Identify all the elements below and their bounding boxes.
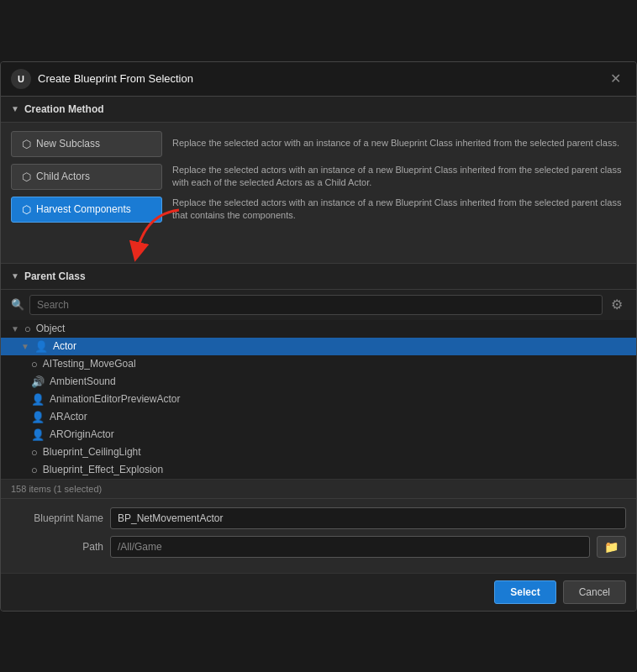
arorigin-icon: 👤 xyxy=(31,428,45,441)
aitesting-icon: ○ xyxy=(31,358,38,370)
actor-chevron: ▼ xyxy=(21,342,29,351)
blueprint-ceiling-icon: ○ xyxy=(31,446,38,459)
new-subclass-button[interactable]: ⬡ New Subclass xyxy=(11,131,162,157)
harvest-components-desc: Replace the selected actors with an inst… xyxy=(172,197,626,223)
method-row-harvest-components: ⬡ Harvest Components Replace the selecte… xyxy=(11,197,626,223)
title-bar-left: U Create Blueprint From Selection xyxy=(11,69,193,89)
child-actors-icon: ⬡ xyxy=(22,171,31,183)
cancel-button[interactable]: Cancel xyxy=(563,580,626,604)
creation-method-chevron: ▼ xyxy=(11,104,19,113)
tree-item-aractor[interactable]: 👤 ARActor xyxy=(1,408,636,426)
arorigin-label: AROriginActor xyxy=(50,428,114,440)
aractor-label: ARActor xyxy=(50,411,87,423)
creation-method-header[interactable]: ▼ Creation Method xyxy=(1,97,636,123)
creation-methods-container: ⬡ New Subclass Replace the selected acto… xyxy=(1,123,636,263)
tree-item-animationeditor[interactable]: 👤 AnimationEditorPreviewActor xyxy=(1,391,636,408)
select-button[interactable]: Select xyxy=(494,580,555,604)
parent-class-section: ▼ Parent Class 🔍 ⚙ ▼ ○ Object ▼ 👤 Actor … xyxy=(1,263,636,498)
creation-method-label: Creation Method xyxy=(24,103,104,115)
settings-button[interactable]: ⚙ xyxy=(608,295,626,314)
tree-item-ambientsound[interactable]: 🔊 AmbientSound xyxy=(1,373,636,391)
tree-item-actor[interactable]: ▼ 👤 Actor xyxy=(1,338,636,355)
buttons-row: Select Cancel xyxy=(1,573,636,611)
actor-label: Actor xyxy=(53,340,76,352)
path-display: /All/Game xyxy=(110,536,590,558)
dialog: U Create Blueprint From Selection ✕ ▼ Cr… xyxy=(0,61,637,612)
title-bar: U Create Blueprint From Selection ✕ xyxy=(1,62,636,97)
path-label: Path xyxy=(11,541,103,553)
search-row: 🔍 ⚙ xyxy=(1,290,636,320)
tree-item-blueprint-explosion[interactable]: ○ Blueprint_Effect_Explosion xyxy=(1,461,636,479)
method-row-new-subclass: ⬡ New Subclass Replace the selected acto… xyxy=(11,131,626,157)
animationeditor-label: AnimationEditorPreviewActor xyxy=(50,393,180,405)
blueprint-explosion-icon: ○ xyxy=(31,464,38,476)
bottom-section: Blueprint Name Path /All/Game 📁 xyxy=(1,498,636,573)
tree-item-arorigin[interactable]: 👤 AROriginActor xyxy=(1,426,636,444)
folder-button[interactable]: 📁 xyxy=(597,536,626,558)
parent-class-chevron: ▼ xyxy=(11,271,19,281)
ambientsound-label: AmbientSound xyxy=(50,375,116,387)
new-subclass-icon: ⬡ xyxy=(22,138,31,150)
ue-logo: U xyxy=(11,69,31,89)
harvest-components-row-wrapper: ⬡ Harvest Components Replace the selecte… xyxy=(11,197,626,223)
close-button[interactable]: ✕ xyxy=(605,69,626,88)
object-label: Object xyxy=(36,323,66,334)
method-row-child-actors: ⬡ Child Actors Replace the selected acto… xyxy=(11,164,626,190)
parent-class-label: Parent Class xyxy=(24,270,86,282)
harvest-components-button[interactable]: ⬡ Harvest Components xyxy=(11,197,162,223)
dialog-title: Create Blueprint From Selection xyxy=(38,72,193,85)
item-count: 158 items (1 selected) xyxy=(1,479,636,498)
new-subclass-desc: Replace the selected actor with an insta… xyxy=(172,137,626,150)
search-icon: 🔍 xyxy=(11,298,24,311)
actor-icon: 👤 xyxy=(34,340,48,353)
ambientsound-icon: 🔊 xyxy=(31,375,45,388)
child-actors-label: Child Actors xyxy=(36,171,90,182)
tree-item-aitesting[interactable]: ○ AITesting_MoveGoal xyxy=(1,355,636,373)
blueprint-name-row: Blueprint Name xyxy=(11,507,626,529)
blueprint-ceiling-label: Blueprint_CeilingLight xyxy=(43,446,141,458)
aitesting-label: AITesting_MoveGoal xyxy=(43,358,136,370)
blueprint-explosion-label: Blueprint_Effect_Explosion xyxy=(43,464,163,475)
search-input[interactable] xyxy=(29,295,603,315)
child-actors-button[interactable]: ⬡ Child Actors xyxy=(11,164,162,190)
harvest-components-label: Harvest Components xyxy=(36,203,131,215)
tree-view[interactable]: ▼ ○ Object ▼ 👤 Actor ○ AITesting_MoveGoa… xyxy=(1,320,636,479)
aractor-icon: 👤 xyxy=(31,411,45,423)
new-subclass-label: New Subclass xyxy=(36,138,100,150)
harvest-components-icon: ⬡ xyxy=(22,203,31,216)
blueprint-name-label: Blueprint Name xyxy=(11,512,103,524)
animationeditor-icon: 👤 xyxy=(31,393,45,406)
object-chevron: ▼ xyxy=(11,324,19,333)
tree-item-blueprint-ceiling[interactable]: ○ Blueprint_CeilingLight xyxy=(1,444,636,461)
path-row: Path /All/Game 📁 xyxy=(11,536,626,558)
parent-class-header[interactable]: ▼ Parent Class xyxy=(1,264,636,290)
child-actors-desc: Replace the selected actors with an inst… xyxy=(172,164,626,190)
arrow-spacer xyxy=(11,229,626,255)
object-icon: ○ xyxy=(24,323,31,335)
blueprint-name-input[interactable] xyxy=(110,507,626,529)
tree-item-object[interactable]: ▼ ○ Object xyxy=(1,320,636,338)
